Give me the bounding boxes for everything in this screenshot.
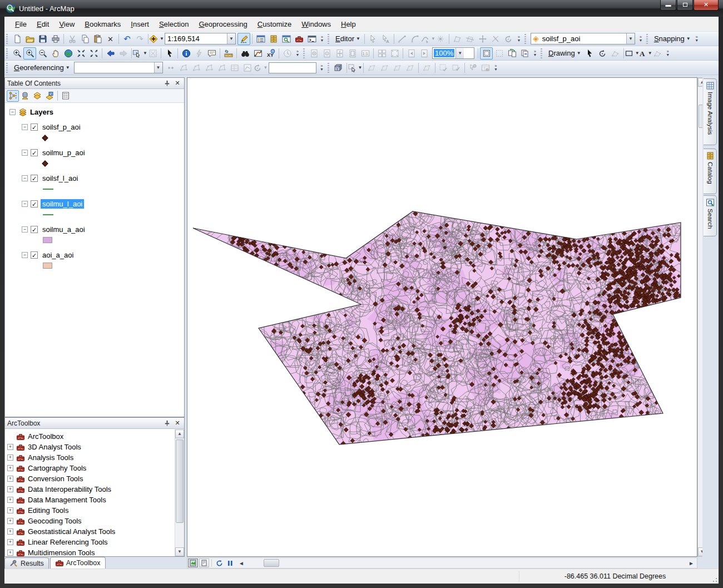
point-intersect-button[interactable] [434, 33, 447, 45]
expand-icon[interactable]: + [7, 497, 13, 503]
pan-page-button[interactable] [333, 47, 346, 60]
collapse-icon[interactable]: − [9, 109, 16, 115]
data-driven-pages-button[interactable] [518, 47, 531, 60]
expand-icon[interactable]: + [7, 444, 13, 450]
scroll-left-icon[interactable]: ◄ [236, 559, 246, 567]
toolbox-item[interactable]: +Linear Referencing Tools [5, 537, 184, 547]
transform-tool-button[interactable] [216, 62, 229, 74]
print-button[interactable] [49, 33, 62, 45]
tab-arctoolbox[interactable]: ArcToolbox [50, 557, 106, 569]
layer-symbol-point[interactable] [42, 160, 48, 166]
toolbar-text-input[interactable] [269, 62, 316, 73]
python-window-button[interactable] [305, 33, 318, 45]
toolbar-menu-editor[interactable]: Editor▼ [332, 34, 363, 43]
close-icon[interactable]: ✕ [173, 80, 182, 87]
toolbar-overflow-button[interactable]: »▼ [665, 47, 671, 60]
scroll-right-icon[interactable]: ► [686, 559, 696, 567]
search-window-button[interactable] [280, 33, 293, 45]
toolbar-menu-snapping[interactable]: Snapping▼ [651, 34, 693, 43]
redo-button[interactable]: ↷ [133, 33, 146, 45]
tab-results[interactable]: Results [4, 557, 49, 569]
zoom-1-1-button[interactable]: 1:1 [359, 47, 372, 60]
validate-topology-button[interactable] [437, 62, 450, 74]
topo-tool-button[interactable] [404, 62, 417, 74]
menu-selection[interactable]: Selection [154, 18, 194, 30]
layer-symbol-fill[interactable] [43, 237, 52, 243]
toolbox-item[interactable]: +Geostatistical Analyst Tools [5, 526, 184, 537]
topo-select-button[interactable]: ▼ [349, 62, 361, 74]
zoom-pages-2-button[interactable] [388, 47, 401, 60]
go-to-xy-button[interactable]: XY [264, 47, 277, 60]
resize-grip[interactable] [711, 576, 717, 582]
layer-symbol-row[interactable] [5, 132, 184, 143]
zoom-pages-button[interactable] [375, 47, 388, 60]
expand-icon[interactable]: + [7, 454, 13, 461]
forward-arrow-button[interactable] [117, 47, 130, 60]
measure-ruler-button[interactable] [222, 47, 235, 60]
layer-symbol-point[interactable] [42, 135, 48, 141]
toolbar-combo[interactable]: ◈soilsf_p_aoi▼ [531, 33, 635, 45]
expand-icon[interactable]: + [7, 465, 13, 471]
toolbar-combo[interactable]: ▼ [74, 62, 163, 73]
paste-button[interactable] [91, 33, 104, 45]
transform-tool-button[interactable] [190, 62, 203, 74]
list-by-source-button[interactable] [19, 90, 31, 102]
toolbar-grip[interactable] [328, 63, 330, 73]
new-document-button[interactable] [11, 33, 23, 45]
combo-dropdown-icon[interactable]: ▼ [227, 33, 235, 44]
reshape-tool-button[interactable] [451, 33, 464, 45]
toolbar-grip[interactable] [328, 34, 330, 44]
toc-options-button[interactable] [60, 90, 72, 102]
full-extent-globe-button[interactable] [62, 47, 75, 60]
toolbar-overflow-button[interactable]: »▼ [319, 62, 325, 74]
error-inspector-button[interactable] [479, 62, 492, 74]
zoom-out-button[interactable] [36, 47, 49, 60]
identify-info-button[interactable] [180, 47, 192, 60]
layer-visibility-checkbox[interactable]: ✓ [31, 175, 38, 182]
topo-tool-button[interactable] [378, 62, 391, 74]
menu-customize[interactable]: Customize [252, 18, 296, 30]
layer-row[interactable]: −✓soilsf_l_aoi [5, 173, 184, 184]
layer-symbol-row[interactable] [5, 260, 184, 271]
add-data-button[interactable]: ▼ [150, 33, 163, 45]
combo-dropdown-icon[interactable]: ▼ [154, 62, 162, 73]
clear-selection-button[interactable] [146, 47, 159, 60]
layer-symbol-fill[interactable] [43, 263, 52, 269]
scrollbar-thumb[interactable] [264, 559, 279, 567]
pan-hand-button[interactable] [49, 47, 62, 60]
pin-icon[interactable] [164, 420, 173, 426]
list-by-selection-button[interactable] [43, 90, 56, 102]
layer-name[interactable]: soilmu_l_aoi [41, 199, 84, 209]
toolbox-item[interactable]: +3D Analyst Tools [5, 442, 184, 452]
combo-dropdown-icon[interactable]: ▼ [626, 33, 635, 44]
toolbox-item[interactable]: +Editing Tools [5, 505, 184, 516]
toolbar-grip[interactable] [646, 34, 649, 44]
edit-vertices-button[interactable] [609, 47, 622, 60]
toolbox-item[interactable]: +Analysis Tools [5, 452, 184, 463]
maximize-button[interactable] [677, 0, 693, 11]
expand-icon[interactable]: + [7, 507, 13, 513]
toolbar-grip[interactable] [6, 63, 9, 73]
layout-view-button[interactable] [199, 559, 209, 567]
fixed-zoom-in-button[interactable] [75, 47, 87, 60]
topo-tool-button[interactable] [391, 62, 404, 74]
toolbox-item[interactable]: +Cartography Tools [5, 463, 184, 473]
toolbar-overflow-button[interactable]: »▼ [516, 33, 522, 45]
toolbox-item[interactable]: +Conversion Tools [5, 473, 184, 484]
rectangle-shape-button[interactable]: ▼ [626, 47, 638, 60]
refresh-icon[interactable] [214, 559, 224, 567]
dock-tab-catalog[interactable]: Catalog [704, 149, 717, 194]
rotate-tool-button[interactable] [596, 47, 609, 60]
toolbar-grip[interactable] [6, 34, 9, 44]
menu-edit[interactable]: Edit [32, 18, 54, 30]
topo-tool-button[interactable] [420, 62, 433, 74]
open-folder-button[interactable] [23, 33, 36, 45]
validate-area-button[interactable] [450, 62, 463, 74]
layer-name[interactable]: soilsf_l_aoi [41, 174, 80, 183]
edit-arrow-button[interactable] [367, 33, 379, 45]
edit-annotation-button[interactable]: A [379, 33, 392, 45]
zoom-whole-page-button[interactable] [346, 47, 359, 60]
expand-icon[interactable]: + [7, 528, 13, 535]
cut-polygon-button[interactable] [464, 33, 477, 45]
expand-icon[interactable]: + [7, 518, 13, 524]
